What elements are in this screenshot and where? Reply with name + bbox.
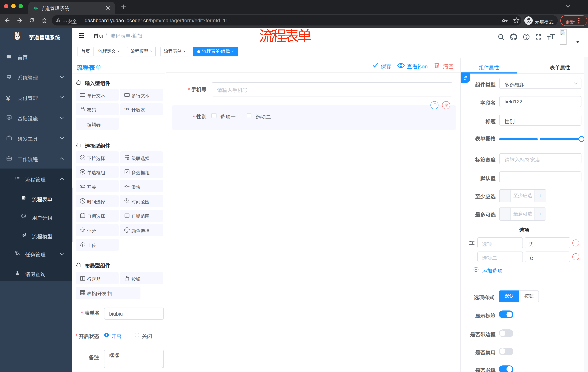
svg-text:123: 123 [124, 108, 129, 111]
